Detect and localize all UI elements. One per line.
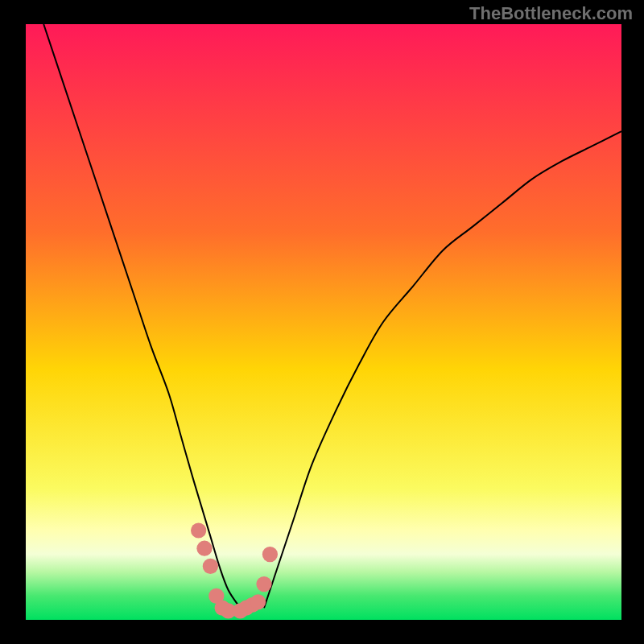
marker-bottom-markers — [256, 576, 271, 592]
marker-bottom-markers — [196, 541, 212, 556]
watermark-text: TheBottleneck.com — [469, 3, 633, 24]
marker-bottom-markers — [262, 547, 278, 562]
marker-bottom-markers — [203, 559, 218, 574]
marker-bottom-markers — [250, 594, 266, 609]
chart-svg — [26, 24, 621, 620]
bottleneck-chart — [26, 24, 621, 620]
chart-background — [26, 24, 621, 620]
marker-bottom-markers — [191, 522, 206, 538]
